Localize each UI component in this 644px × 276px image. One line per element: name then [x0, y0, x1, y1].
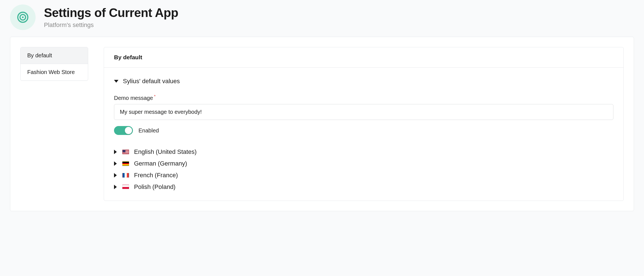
- locale-label: English (United States): [134, 148, 197, 156]
- caret-down-icon: [114, 80, 118, 83]
- required-star-icon: *: [154, 94, 155, 98]
- enabled-label: Enabled: [138, 127, 159, 134]
- sidebar-item-fashion-web-store[interactable]: Fashion Web Store: [21, 64, 88, 80]
- caret-right-icon: [114, 173, 117, 178]
- flag-fr-icon: [122, 173, 129, 178]
- svg-point-2: [22, 16, 24, 18]
- section-title: Sylius' default values: [123, 78, 180, 85]
- locale-item-fr-fr[interactable]: French (France): [114, 172, 613, 179]
- page-subtitle: Platform's settings: [44, 21, 178, 29]
- enabled-toggle[interactable]: [114, 126, 133, 135]
- locale-list: English (United States) German (Germany)…: [114, 148, 613, 191]
- field-label-text: Demo message: [114, 95, 153, 101]
- field-demo-message: Demo message *: [114, 95, 613, 120]
- locale-item-en-us[interactable]: English (United States): [114, 148, 613, 156]
- caret-right-icon: [114, 185, 117, 189]
- content-title: By default: [104, 47, 623, 68]
- flag-pl-icon: [122, 185, 129, 189]
- sidebar-item-label: Fashion Web Store: [27, 69, 75, 75]
- page-header: Settings of Current App Platform's setti…: [0, 0, 644, 37]
- section-default-values-toggle[interactable]: Sylius' default values: [114, 78, 613, 85]
- locale-item-de-de[interactable]: German (Germany): [114, 160, 613, 167]
- toggle-knob: [125, 127, 132, 134]
- app-icon-wrap: [10, 4, 36, 30]
- flag-de-icon: [122, 161, 129, 166]
- locale-item-pl-pl[interactable]: Polish (Poland): [114, 183, 613, 191]
- caret-right-icon: [114, 150, 117, 154]
- field-enabled: Enabled: [114, 126, 613, 135]
- flag-us-icon: [122, 150, 129, 154]
- locale-label: French (France): [134, 172, 178, 179]
- sidebar-item-by-default[interactable]: By default: [21, 47, 88, 64]
- target-icon: [17, 11, 29, 23]
- settings-sidebar: By default Fashion Web Store: [20, 47, 88, 81]
- demo-message-input[interactable]: [114, 104, 613, 120]
- content-panel: By default Sylius' default values Demo m…: [104, 47, 624, 201]
- locale-label: Polish (Poland): [134, 183, 175, 191]
- main-card: By default Fashion Web Store By default …: [10, 37, 634, 211]
- page-title: Settings of Current App: [44, 6, 178, 20]
- sidebar-item-label: By default: [27, 52, 52, 58]
- locale-label: German (Germany): [134, 160, 187, 167]
- caret-right-icon: [114, 161, 117, 166]
